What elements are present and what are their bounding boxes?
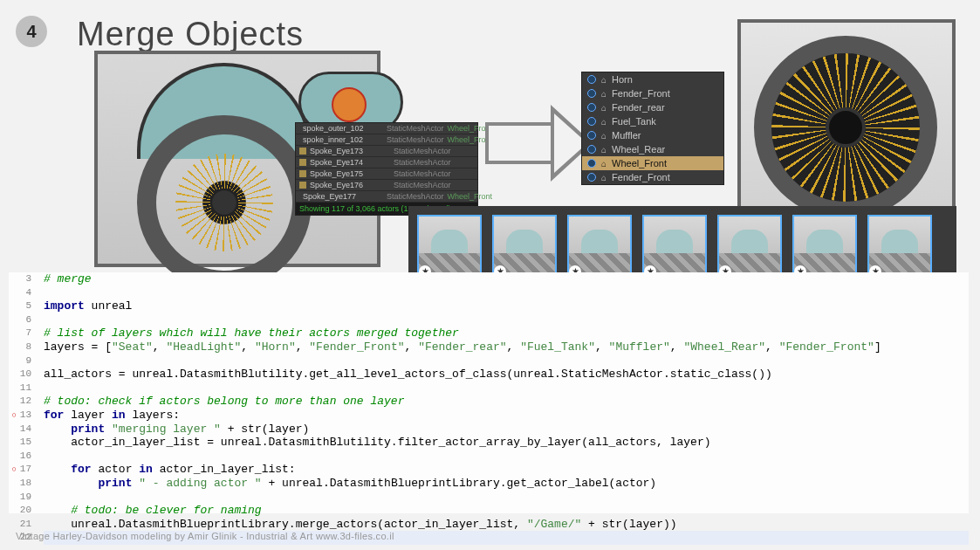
actor-type: StaticMeshActor bbox=[394, 169, 451, 178]
eye-icon[interactable] bbox=[587, 89, 596, 98]
footer-credit: Vintage Harley-Davidson modeling by Amir… bbox=[16, 531, 394, 541]
actor-name: Spoke_Eye177 bbox=[303, 192, 383, 201]
eye-icon[interactable] bbox=[587, 131, 596, 140]
slide-title: Merge Objects bbox=[77, 16, 304, 53]
actor-name: Fender_Front bbox=[612, 172, 670, 182]
line-number: 19 bbox=[14, 491, 31, 505]
outliner-source-row[interactable]: Spoke_Eye173 StaticMeshActor bbox=[296, 146, 477, 157]
mesh-icon bbox=[299, 148, 306, 155]
actor-type: StaticMeshActor bbox=[387, 192, 444, 201]
eye-icon[interactable] bbox=[587, 103, 596, 112]
actor-type: StaticMeshActor bbox=[394, 158, 451, 167]
actor-name: Wheel_Front bbox=[612, 158, 667, 168]
outliner-target-panel: ⌂ Horn ⌂ Fender_Front ⌂ Fender_rear ⌂ Fu… bbox=[581, 72, 724, 185]
eye-icon[interactable] bbox=[587, 173, 596, 182]
step-badge: 4 bbox=[16, 16, 47, 47]
code-line: # merge bbox=[44, 272, 969, 286]
outliner-source-row[interactable]: Spoke_Eye177 StaticMeshActor Wheel_Front bbox=[296, 191, 477, 203]
actor-icon: ⌂ bbox=[601, 173, 607, 182]
outliner-target-row[interactable]: ⌂ Muffler bbox=[582, 128, 723, 142]
code-editor: 345678910111213141516171819202122 # merg… bbox=[9, 272, 969, 513]
actor-name: spoke_inner_102 bbox=[303, 135, 383, 144]
outliner-source-row[interactable]: spoke_inner_102 StaticMeshActor Wheel_Fr… bbox=[296, 134, 477, 146]
code-line: for actor in actor_in_layer_list: bbox=[44, 463, 969, 477]
actor-type: StaticMeshActor bbox=[387, 135, 444, 144]
outliner-target-row[interactable]: ⌂ Fender_Front bbox=[582, 170, 723, 184]
code-line: # todo: be clever for naming bbox=[44, 504, 969, 518]
outliner-source-row[interactable]: Spoke_Eye176 StaticMeshActor bbox=[296, 180, 477, 191]
code-line: # list of layers which will have their a… bbox=[44, 327, 969, 340]
code-line: layers = ["Seat", "HeadLight", "Horn", "… bbox=[44, 340, 969, 354]
eye-icon[interactable] bbox=[587, 117, 596, 126]
line-number: 6 bbox=[14, 313, 31, 327]
code-line bbox=[44, 286, 969, 300]
mesh-icon bbox=[299, 182, 306, 189]
line-number: 15 bbox=[14, 436, 31, 450]
actor-name: Spoke_Eye173 bbox=[310, 147, 390, 155]
line-number: 10 bbox=[14, 368, 31, 382]
actor-name: Fuel_Tank bbox=[612, 116, 656, 127]
outliner-target-row[interactable]: ⌂ Wheel_Front bbox=[582, 156, 723, 170]
code-line bbox=[44, 313, 969, 327]
line-number: 17 bbox=[14, 463, 31, 477]
actor-name: Spoke_Eye175 bbox=[310, 169, 390, 178]
outliner-target-row[interactable]: ⌂ Horn bbox=[582, 72, 723, 86]
line-number: 9 bbox=[14, 354, 31, 368]
outliner-target-row[interactable]: ⌂ Fender_rear bbox=[582, 100, 723, 114]
actor-layer: Wheel_Front bbox=[448, 192, 493, 201]
actor-name: Fender_Front bbox=[612, 88, 670, 99]
code-line: all_actors = unreal.DatasmithBlutility.g… bbox=[44, 368, 969, 382]
line-number: 21 bbox=[14, 518, 31, 532]
line-number: 18 bbox=[14, 477, 31, 491]
outliner-source-row[interactable]: spoke_outer_102 StaticMeshActor Wheel_Fr… bbox=[296, 123, 477, 134]
actor-icon: ⌂ bbox=[601, 117, 607, 127]
code-line: import unreal bbox=[44, 299, 969, 313]
outliner-source-row[interactable]: Spoke_Eye174 StaticMeshActor bbox=[296, 157, 477, 168]
code-line bbox=[44, 491, 969, 505]
actor-icon: ⌂ bbox=[601, 103, 607, 113]
code-line: unreal.DatasmithBlueprintLibrary.merge_a… bbox=[44, 518, 969, 532]
line-number: 16 bbox=[14, 450, 31, 464]
code-line: print " - adding actor " + unreal.Datasm… bbox=[44, 477, 969, 491]
line-number: 13 bbox=[14, 409, 31, 423]
mesh-icon bbox=[299, 159, 306, 166]
outliner-target-row[interactable]: ⌂ Fuel_Tank bbox=[582, 114, 723, 128]
eye-icon[interactable] bbox=[587, 159, 596, 168]
line-number: 3 bbox=[14, 272, 31, 286]
line-number: 12 bbox=[14, 395, 31, 409]
code-line: # todo: check if actors belong to more t… bbox=[44, 395, 969, 409]
actor-icon: ⌂ bbox=[601, 89, 607, 99]
actor-icon: ⌂ bbox=[601, 159, 607, 168]
outliner-source-row[interactable]: Spoke_Eye175 StaticMeshActor bbox=[296, 168, 477, 180]
code-line bbox=[44, 354, 969, 368]
mesh-icon bbox=[299, 170, 306, 177]
eye-icon[interactable] bbox=[587, 75, 596, 84]
code-line bbox=[44, 382, 969, 395]
line-number: 4 bbox=[14, 286, 31, 300]
line-number: 7 bbox=[14, 327, 31, 340]
actor-name: Horn bbox=[612, 74, 633, 85]
actor-name: Spoke_Eye176 bbox=[310, 181, 390, 189]
code-line: actor_in_layer_list = unreal.DatasmithBl… bbox=[44, 436, 969, 450]
code-line bbox=[44, 450, 969, 464]
actor-name: spoke_outer_102 bbox=[303, 124, 383, 133]
line-number: 8 bbox=[14, 340, 31, 354]
actor-icon: ⌂ bbox=[601, 145, 607, 155]
actor-icon: ⌂ bbox=[601, 131, 607, 141]
code-line: print "merging layer " + str(layer) bbox=[44, 423, 969, 437]
eye-icon[interactable] bbox=[587, 145, 596, 154]
wheel-result-screenshot bbox=[737, 19, 956, 237]
actor-name: Muffler bbox=[612, 130, 641, 141]
line-number: 11 bbox=[14, 382, 31, 395]
line-number: 5 bbox=[14, 299, 31, 313]
actor-type: StaticMeshActor bbox=[387, 124, 444, 133]
outliner-target-row[interactable]: ⌂ Fender_Front bbox=[582, 86, 723, 100]
actor-type: StaticMeshActor bbox=[394, 181, 451, 189]
outliner-source-panel: spoke_outer_102 StaticMeshActor Wheel_Fr… bbox=[295, 122, 478, 216]
arrow-icon bbox=[485, 122, 553, 164]
actor-name: Wheel_Rear bbox=[612, 144, 665, 155]
actor-icon: ⌂ bbox=[601, 75, 607, 85]
line-number: 14 bbox=[14, 423, 31, 437]
outliner-target-row[interactable]: ⌂ Wheel_Rear bbox=[582, 142, 723, 156]
actor-type: StaticMeshActor bbox=[394, 147, 451, 155]
